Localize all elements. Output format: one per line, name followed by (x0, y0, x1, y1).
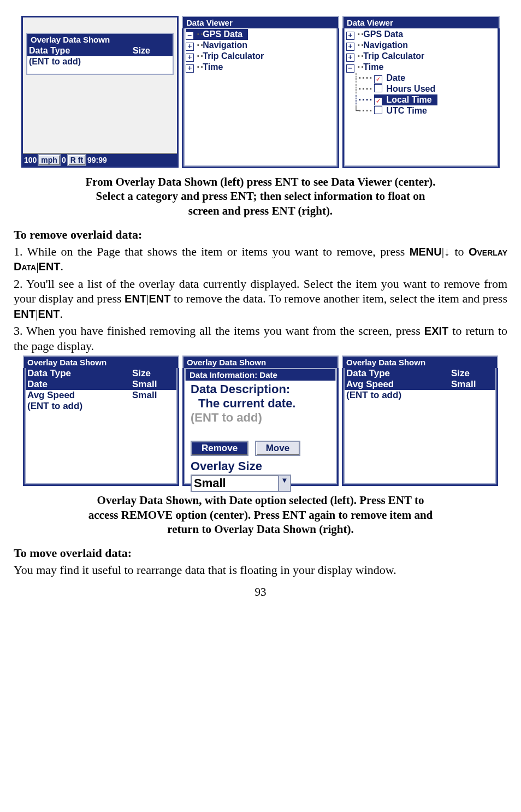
tree-item[interactable]: ··GPS Data (186, 29, 335, 40)
status-alt: 0 (61, 154, 67, 166)
list-item[interactable]: Avg SpeedSmall (26, 390, 176, 401)
tree-child[interactable]: ┊···· Hours Used (346, 84, 496, 94)
data-viewer-panel-center: Data Viewer ··GPS Data ··Navigation ··Tr… (182, 16, 339, 168)
overlay-size-label: Overlay Size (191, 459, 333, 473)
tree-item[interactable]: ··Navigation (346, 40, 496, 51)
tree-item[interactable]: ··Trip Calculator (186, 51, 335, 62)
ent-to-add-row[interactable]: (ENT to add) (26, 401, 176, 412)
panel-title: Overlay Data Shown (26, 33, 174, 45)
description-label: Data Description: (191, 382, 333, 396)
chevron-down-icon[interactable] (278, 476, 290, 491)
status-speed: 100 (23, 154, 38, 166)
status-speed-unit: mph (38, 154, 61, 166)
overlay-size-dropdown[interactable]: Small (191, 475, 291, 492)
tree-item[interactable]: ··Trip Calculator (346, 51, 496, 62)
expand-icon[interactable] (346, 32, 354, 40)
column-headers: Data Type Size (27, 45, 173, 56)
remove-button[interactable]: Remove (191, 441, 248, 456)
column-headers: Data TypeSize (345, 368, 495, 379)
overlay-info-panel-center: Overlay Data Shown Data Information: Dat… (182, 355, 339, 487)
checked-icon[interactable] (374, 97, 382, 105)
col-data-type: Data Type (29, 46, 133, 56)
tree-child[interactable]: ┊···· Local Time (346, 94, 496, 105)
dropdown-value: Small (192, 476, 278, 491)
overlay-data-panel-left: Overlay Data Shown Data Type Size (ENT t… (21, 16, 179, 168)
step-2: 2. You'll see a list of the overlay data… (14, 276, 507, 322)
panel-title: Data Viewer (342, 16, 500, 28)
ent-to-add-row[interactable]: (ENT to add) (27, 56, 173, 67)
panel-title: Data Viewer (182, 16, 339, 28)
expand-icon[interactable] (346, 54, 354, 62)
expand-icon[interactable] (186, 43, 194, 51)
move-button[interactable]: Move (255, 441, 300, 456)
list-item[interactable]: DateSmall (26, 379, 176, 390)
list-item[interactable]: Avg SpeedSmall (345, 379, 495, 390)
figure1-row: Overlay Data Shown Data Type Size (ENT t… (14, 16, 507, 168)
tree-child[interactable]: ┊···· Date (346, 73, 496, 84)
column-headers: Data TypeSize (26, 368, 176, 379)
step-1: 1. While on the Page that shows the item… (14, 244, 507, 274)
section-heading-move: To move overlaid data: (14, 546, 507, 560)
step-3: 3. When you have finished removing all t… (14, 323, 507, 353)
ghost-text: (ENT to add) (191, 411, 333, 425)
ent-to-add-row[interactable]: (ENT to add) (345, 390, 495, 401)
figure2-caption: Overlay Data Shown, with Date option sel… (14, 493, 507, 536)
tree-child[interactable]: └···· UTC Time (346, 105, 496, 116)
tree-item[interactable]: ··Navigation (186, 40, 335, 51)
tree-item[interactable]: ··Time (346, 62, 496, 73)
data-viewer-panel-right: Data Viewer ··GPS Data ··Navigation ··Tr… (342, 16, 500, 168)
status-time: 99:99 (86, 154, 177, 166)
tree-item[interactable]: ··GPS Data (346, 29, 496, 40)
status-bar: 100 mph 0 R ft 99:99 (23, 153, 177, 166)
expand-icon[interactable] (186, 64, 194, 73)
status-alt-unit: R ft (67, 154, 86, 166)
panel-title: Overlay Data Shown (23, 355, 179, 368)
panel-title: Overlay Data Shown (342, 355, 498, 368)
section-heading-remove: To remove overlaid data: (14, 228, 507, 242)
checked-icon[interactable] (374, 75, 382, 84)
overlay-data-panel-left2: Overlay Data Shown Data TypeSize DateSma… (23, 355, 179, 487)
figure2-row: Overlay Data Shown Data TypeSize DateSma… (14, 355, 507, 487)
expand-icon[interactable] (186, 54, 194, 62)
col-size: Size (133, 46, 171, 56)
move-paragraph: You may find it useful to rearrange data… (14, 562, 507, 578)
page-number: 93 (14, 585, 507, 599)
expand-icon[interactable] (346, 43, 354, 51)
collapse-icon[interactable] (346, 64, 354, 73)
tree-item[interactable]: ··Time (186, 62, 335, 73)
unchecked-icon[interactable] (374, 106, 382, 114)
panel-title: Overlay Data Shown (182, 355, 339, 368)
overlay-data-panel-right2: Overlay Data Shown Data TypeSize Avg Spe… (342, 355, 498, 487)
figure1-caption: From Overlay Data Shown (left) press ENT… (14, 175, 507, 218)
collapse-icon[interactable] (186, 32, 194, 40)
unchecked-icon[interactable] (374, 84, 382, 92)
description-text: The current date. (191, 396, 333, 411)
info-title: Data Information: Date (185, 368, 336, 381)
